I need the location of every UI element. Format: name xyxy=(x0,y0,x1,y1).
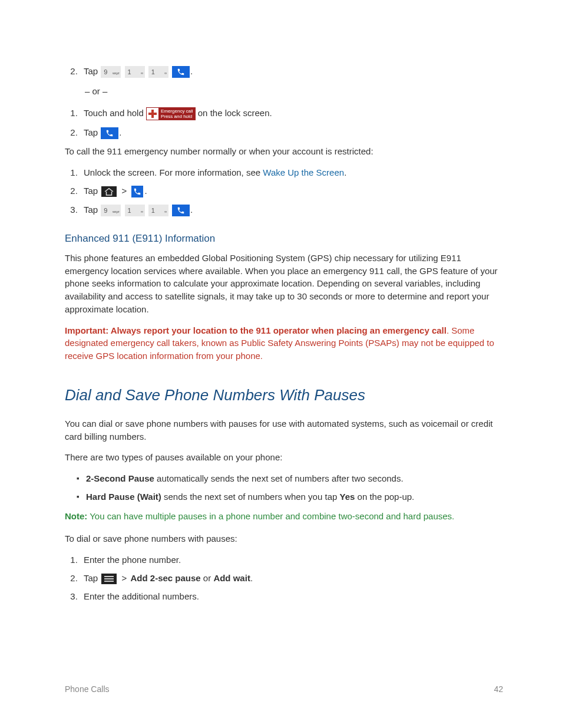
note-multiple-pauses: Note: You can have multiple pauses in a … xyxy=(65,510,503,523)
footer-page-number: 42 xyxy=(494,684,503,694)
call-button-icon xyxy=(172,66,190,78)
pauses-howto-intro: To dial or save phone numbers with pause… xyxy=(65,532,503,545)
pauses-intro-2: There are two types of pauses available … xyxy=(65,451,503,464)
dialer-key-1: 1∞ xyxy=(148,66,168,78)
footer-section-title: Phone Calls xyxy=(65,684,110,694)
phone-app-icon xyxy=(131,186,143,197)
menu-button-icon xyxy=(101,574,117,584)
dialer-key-1: 1∞ xyxy=(125,205,145,216)
step-touch-hold-emergency: Touch and hold Emergency callPress and h… xyxy=(80,107,503,120)
e911-paragraph: This phone features an embedded Global P… xyxy=(65,252,503,316)
pauses-heading: Dial and Save Phone Numbers With Pauses xyxy=(65,386,503,404)
step-tap-911: Tap 9wxyz 1∞ 1∞ . xyxy=(80,65,503,78)
dialer-key-9: 9wxyz xyxy=(101,66,121,78)
steps-call-911-normal: Unlock the screen. For more information,… xyxy=(65,166,503,216)
or-divider: – or – xyxy=(85,86,503,96)
important-note: Important: Always report your location t… xyxy=(65,324,503,363)
step-dial-911: Tap 9wxyz 1∞ 1∞ . xyxy=(80,203,503,216)
step-tap-menu-add-pause: Tap > Add 2-sec pause or Add wait. xyxy=(80,572,503,584)
steps-dial-911-continue: Tap 9wxyz 1∞ 1∞ . xyxy=(65,65,503,78)
dialer-key-1: 1∞ xyxy=(148,205,168,216)
dialer-key-9: 9wxyz xyxy=(101,205,121,216)
e911-heading: Enhanced 911 (E911) Information xyxy=(65,233,503,245)
step-enter-number: Enter the phone number. xyxy=(80,554,503,566)
wake-up-screen-link[interactable]: Wake Up the Screen xyxy=(263,167,344,177)
bullet-2sec-pause: 2-Second Pause automatically sends the n… xyxy=(77,472,503,485)
step-enter-additional: Enter the additional numbers. xyxy=(80,590,503,602)
home-button-icon xyxy=(101,186,117,197)
call-button-icon xyxy=(172,205,190,216)
para-call-911-restricted: To call the 911 emergency number normall… xyxy=(65,145,503,158)
red-cross-icon xyxy=(147,108,158,120)
step-tap-call: Tap . xyxy=(80,126,503,139)
dialer-key-1: 1∞ xyxy=(125,66,145,78)
steps-emergency-lock-screen: Touch and hold Emergency callPress and h… xyxy=(65,107,503,139)
emergency-call-button-icon: Emergency callPress and hold xyxy=(146,107,196,120)
call-button-icon xyxy=(101,127,118,139)
bullet-hard-pause: Hard Pause (Wait) sends the next set of … xyxy=(77,490,503,503)
step-unlock-screen: Unlock the screen. For more information,… xyxy=(80,166,503,179)
steps-dial-with-pauses: Enter the phone number. Tap > Add 2-sec … xyxy=(65,554,503,602)
step-tap-home-phone: Tap > . xyxy=(80,185,503,197)
pauses-intro-1: You can dial or save phone numbers with … xyxy=(65,417,503,443)
pause-types-list: 2-Second Pause automatically sends the n… xyxy=(65,472,503,503)
